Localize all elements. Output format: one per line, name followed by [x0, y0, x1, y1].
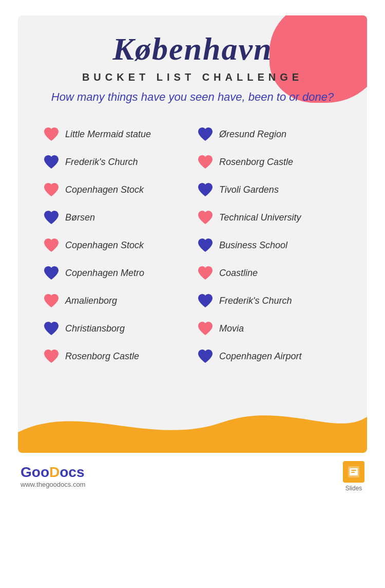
logo-goo: Goo	[21, 464, 49, 480]
list-item: Copenhagen Metro	[38, 260, 192, 287]
list-item: Børsen	[38, 204, 192, 232]
list-item: Technical University	[192, 204, 346, 232]
list-item: Copenhagen Stock	[38, 232, 192, 260]
heart-icon-pink	[197, 320, 214, 338]
footer: GooDocs www.thegoodocs.com Slides	[0, 453, 385, 500]
item-label: Movia	[219, 323, 244, 334]
main-card: København BUCKET LIST CHALLENGE How many…	[18, 15, 367, 453]
item-label: Christiansborg	[65, 323, 125, 334]
bucket-list-grid: Little Mermaid statue Øresund Region Fre…	[38, 121, 346, 371]
item-label: Frederik's Church	[65, 157, 138, 168]
item-label: Little Mermaid statue	[65, 129, 151, 140]
bucket-list-subtitle: BUCKET LIST CHALLENGE	[38, 71, 346, 83]
question-text: How many things have you seen have, been…	[38, 89, 346, 105]
list-item: Christiansborg	[38, 315, 192, 343]
heart-icon-pink	[43, 348, 60, 365]
list-item: Øresund Region	[192, 121, 346, 149]
heart-icon-blue	[43, 154, 60, 171]
page-title: København	[38, 31, 346, 67]
item-label: Børsen	[65, 212, 95, 223]
heart-icon-blue	[197, 237, 214, 254]
item-label: Rosenborg Castle	[65, 351, 139, 362]
logo-d: D	[49, 464, 60, 480]
heart-icon-pink	[43, 181, 60, 199]
item-label: Coastline	[219, 268, 258, 279]
list-item: Copenhagen Stock	[38, 176, 192, 204]
logo: GooDocs	[21, 464, 85, 481]
heart-icon-blue	[43, 265, 60, 282]
slides-label: Slides	[345, 485, 362, 492]
heart-icon-blue	[197, 181, 214, 199]
heart-icon-pink	[197, 265, 214, 282]
item-label: Copenhagen Stock	[65, 240, 144, 251]
heart-icon-blue	[43, 209, 60, 227]
list-item: Rosenborg Castle	[192, 149, 346, 176]
item-label: Copenhagen Metro	[65, 268, 144, 279]
list-item: Frederik's Church	[192, 287, 346, 315]
svg-rect-2	[351, 470, 356, 471]
list-item: Frederik's Church	[38, 149, 192, 176]
heart-icon-pink	[43, 237, 60, 254]
heart-icon-pink	[43, 292, 60, 310]
slides-badge: Slides	[343, 461, 364, 492]
item-label: Amalienborg	[65, 296, 117, 306]
heart-icon-pink	[197, 154, 214, 171]
list-item: Rosenborg Castle	[38, 343, 192, 371]
heart-icon-pink	[197, 209, 214, 227]
logo-ocs: ocs	[60, 464, 84, 480]
item-label: Øresund Region	[219, 129, 286, 140]
footer-branding: GooDocs www.thegoodocs.com	[21, 464, 85, 488]
svg-rect-3	[351, 472, 355, 473]
list-item: Amalienborg	[38, 287, 192, 315]
heart-icon-blue	[197, 126, 214, 143]
list-item: Movia	[192, 315, 346, 343]
item-label: Rosenborg Castle	[219, 157, 293, 168]
item-label: Copenhagen Airport	[219, 351, 301, 362]
heart-icon-blue	[197, 292, 214, 310]
list-item: Copenhagen Airport	[192, 343, 346, 371]
item-label-technical-university: Technical University	[219, 212, 301, 223]
item-label: Tivoli Gardens	[219, 185, 279, 195]
heart-icon-blue	[197, 348, 214, 365]
slides-icon-svg	[347, 465, 360, 479]
slides-icon-box	[343, 461, 364, 483]
heart-icon-blue	[43, 320, 60, 338]
footer-url: www.thegoodocs.com	[21, 481, 85, 488]
item-label: Business School	[219, 240, 287, 251]
list-item: Tivoli Gardens	[192, 176, 346, 204]
item-label: Copenhagen Stock	[65, 185, 144, 195]
list-item: Little Mermaid statue	[38, 121, 192, 149]
item-label: Frederik's Church	[219, 296, 292, 306]
list-item: Business School	[192, 232, 346, 260]
heart-icon-pink	[43, 126, 60, 143]
list-item: Coastline	[192, 260, 346, 287]
